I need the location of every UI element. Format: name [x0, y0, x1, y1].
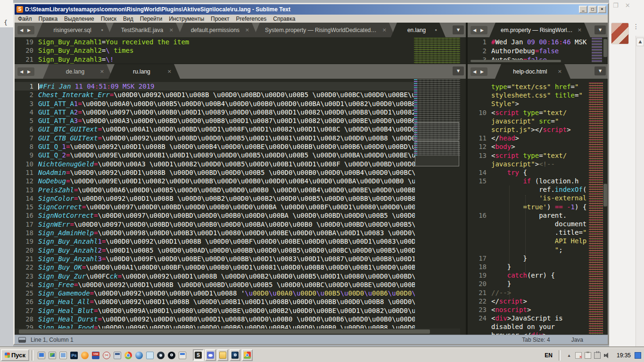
my-computer-icon[interactable] — [38, 352, 45, 359]
tab-help-doc.html[interactable]: help-doc.html× — [495, 64, 570, 79]
plug-device-icon[interactable] — [594, 352, 601, 359]
background-scrollbar[interactable]: ▲ — [636, 36, 644, 347]
media-app-icon[interactable] — [81, 352, 89, 359]
code-view-en-lang[interactable]: 19Sign_Buy_Anzahl1=You received the item… — [15, 38, 415, 64]
taskbar-button-sublime[interactable]: S — [193, 349, 204, 361]
tab-default.permissions[interactable]: default.permissions× — [178, 23, 258, 37]
tab-overflow-dropdown-icon[interactable]: ▼ — [594, 25, 606, 34]
menu-item-Файл[interactable]: Файл — [15, 16, 35, 22]
tab-label: TestSharikE.java — [119, 27, 165, 33]
tab-ru.lang[interactable]: ru.lang× — [108, 64, 180, 79]
taskbar-button-folder[interactable] — [217, 349, 228, 361]
menu-item-Поиск[interactable]: Поиск — [98, 16, 120, 22]
code-line: browser.</div> — [468, 331, 588, 335]
vim-icon[interactable] — [92, 352, 99, 359]
pane-top-left[interactable]: ◀ ▶ risingserver.sql●TestSharikE.java×de… — [15, 23, 466, 64]
taskbar-button-steam[interactable] — [230, 349, 240, 361]
page-thumbnail — [611, 23, 629, 44]
scrollbar-thumb[interactable] — [603, 39, 607, 57]
tab-close-icon[interactable]: × — [100, 68, 104, 74]
language-indicator[interactable]: EN — [541, 352, 556, 359]
menu-item-Перейти[interactable]: Перейти — [137, 16, 166, 22]
menu-item-Проект[interactable]: Проект — [207, 16, 233, 22]
minimap-viewport[interactable] — [415, 122, 459, 140]
tab-close-icon[interactable]: × — [167, 68, 172, 74]
minimap[interactable] — [592, 38, 602, 62]
line-number: 8 — [15, 142, 33, 151]
tab-scroll-arrows-icon[interactable]: ◀ ▶ — [17, 67, 34, 76]
taskbar-button-discord[interactable] — [205, 349, 216, 361]
kebab-menu-icon[interactable]: ⋮ — [633, 25, 637, 29]
tab-scroll-arrows-icon[interactable]: ◀ ▶ — [471, 26, 487, 34]
tab-label: risingserver.sql — [48, 27, 97, 33]
network-disabled-icon[interactable] — [575, 352, 582, 359]
tab-scroll-arrows-icon[interactable]: ◀ ▶ — [17, 26, 34, 34]
close-button[interactable]: × — [598, 6, 606, 13]
tab-bar-bottom-right: ◀ ▶ help-doc.html× — [468, 64, 608, 79]
tab-close-icon[interactable]: × — [245, 27, 249, 33]
code-view-ru-lang[interactable]: 1#Fri Jan 11 04:51:09 MSK 20192Chest_Int… — [15, 82, 415, 329]
tab-overflow-dropdown-icon[interactable]: ▼ — [594, 66, 606, 75]
show-desktop-icon[interactable] — [635, 352, 641, 359]
recorder-tool-icon[interactable] — [103, 352, 110, 359]
clipboard-icon[interactable] — [585, 352, 591, 359]
syntax-indicator[interactable]: Java — [571, 337, 583, 343]
title-bar[interactable]: S D:\SteamLibrary\steamapps\common\Risin… — [15, 4, 608, 15]
tab-de.lang[interactable]: de.lang× — [43, 64, 113, 79]
menu-item-Справка[interactable]: Справка — [270, 16, 298, 22]
cube-app-icon[interactable] — [146, 352, 154, 359]
scrollbar-thumb[interactable] — [471, 60, 561, 62]
minimap[interactable] — [414, 79, 460, 156]
maximize-button[interactable]: □ — [588, 6, 597, 13]
minimap[interactable] — [414, 38, 460, 64]
code-view-help-doc[interactable]: type="text/css" href="stylesheet.css" ti… — [468, 82, 588, 335]
menu-item-Выделение[interactable]: Выделение — [61, 16, 98, 22]
browser-orb-icon[interactable] — [135, 352, 143, 359]
minimize-button[interactable]: _ — [579, 6, 587, 13]
photoshop-icon[interactable]: Ps — [70, 352, 78, 359]
tab-en.lang[interactable]: en.lang● — [391, 23, 446, 37]
tab-size-indicator[interactable]: Tab Size: 4 — [522, 337, 550, 343]
vertical-scrollbar[interactable] — [603, 37, 608, 59]
vertical-scrollbar[interactable] — [603, 82, 608, 335]
clock[interactable]: 19:35 — [613, 352, 635, 359]
minimap[interactable] — [589, 82, 603, 335]
tab-overflow-dropdown-icon[interactable]: ▼ — [453, 66, 464, 75]
tab-close-icon[interactable]: × — [382, 27, 387, 33]
menu-item-Правка[interactable]: Правка — [35, 16, 61, 22]
display-properties-icon[interactable] — [49, 352, 56, 359]
scroll-up-icon[interactable]: ▲ — [636, 38, 644, 46]
scrollbar-thumb[interactable] — [19, 329, 430, 334]
tab-em.property — RisingWorld\...\config[interactable]: em.property — RisingWorld\...\config× — [489, 23, 590, 37]
scrollbar-thumb[interactable] — [603, 184, 607, 206]
remote-desktop-icon[interactable] — [59, 352, 67, 359]
tab-close-icon[interactable]: × — [558, 68, 562, 74]
explorer-window-icon[interactable] — [179, 352, 186, 359]
tab-scroll-arrows-icon[interactable]: ◀ ▶ — [471, 67, 487, 76]
calculator-icon[interactable] — [114, 352, 121, 359]
menu-item-Вид[interactable]: Вид — [120, 16, 137, 22]
console-icon[interactable] — [18, 337, 26, 343]
steam-icon[interactable] — [157, 352, 165, 359]
pane-divider[interactable] — [466, 23, 468, 335]
tab-risingserver.sql[interactable]: risingserver.sql● — [36, 23, 112, 37]
pane-top-right[interactable]: ◀ ▶ em.property — RisingWorld\...\config… — [468, 23, 608, 64]
volume-icon[interactable] — [603, 352, 610, 359]
pane-main[interactable]: ◀ ▶ de.lang×ru.lang× ▼ 1#Fri Jan 11 04:5… — [15, 64, 466, 335]
tab-close-icon[interactable]: × — [578, 27, 582, 33]
taskbar-button-chrome[interactable] — [242, 349, 253, 361]
horizontal-scrollbar[interactable] — [470, 59, 593, 63]
chrome-icon[interactable] — [124, 352, 132, 359]
horizontal-scrollbar[interactable] — [15, 329, 460, 335]
tab-close-icon[interactable]: × — [169, 27, 173, 33]
hidden-icons-arrow[interactable] — [566, 352, 572, 359]
start-button[interactable]: Пуск — [1, 349, 29, 361]
tab-overflow-dropdown-icon[interactable]: ▼ — [453, 25, 464, 34]
pane-bottom-right[interactable]: ◀ ▶ help-doc.html× ▼ type="text/css" hre… — [468, 64, 608, 335]
steam-circle-icon[interactable] — [168, 352, 175, 359]
tab-TestSharikE.java[interactable]: TestSharikE.java× — [107, 23, 182, 37]
menu-item-Preferences[interactable]: Preferences — [233, 16, 270, 22]
tab-System.property — RisingWorldDedicatedServer\...\config[interactable]: System.property — RisingWorldDedicatedSe… — [254, 23, 395, 37]
menu-item-Инструменты[interactable]: Инструменты — [165, 16, 207, 22]
minimap-viewport[interactable] — [415, 141, 459, 166]
